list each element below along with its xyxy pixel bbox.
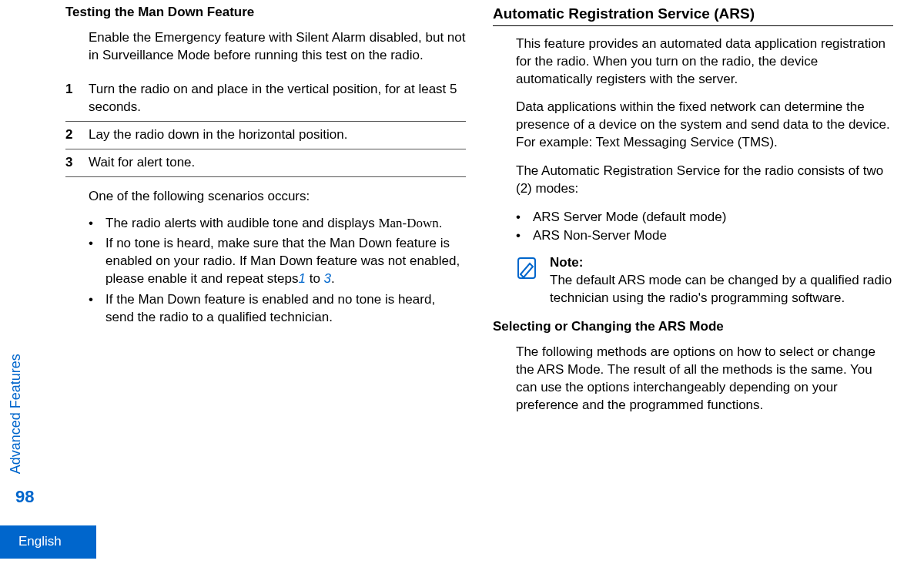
note-block: Note: The default ARS mode can be change… — [516, 254, 893, 307]
paragraph: The Automatic Registration Service for t… — [516, 163, 893, 198]
step-link[interactable]: 3 — [324, 271, 331, 286]
right-header: Automatic Registration Service (ARS) — [493, 4, 893, 26]
note-title: Note: — [550, 254, 893, 272]
text-fragment: to — [306, 271, 324, 286]
modes-list: • ARS Server Mode (default mode) • ARS N… — [516, 209, 893, 245]
step-item: 1 Turn the radio on and place in the ver… — [65, 76, 466, 122]
sidebar-section-label: Advanced Features — [6, 354, 25, 474]
left-section-title: Testing the Man Down Feature — [65, 4, 466, 22]
note-icon — [516, 256, 541, 280]
list-item: • ARS Server Mode (default mode) — [516, 209, 893, 227]
paragraph: This feature provides an automated data … — [516, 35, 893, 89]
step-item: 2 Lay the radio down in the horizontal p… — [65, 122, 466, 149]
step-text: Turn the radio on and place in the verti… — [89, 81, 466, 116]
list-item: • If no tone is heard, make sure that th… — [89, 235, 466, 288]
left-intro: Enable the Emergency feature with Silent… — [89, 29, 466, 65]
post-steps-text: One of the following scenarios occurs: — [89, 188, 466, 206]
text-fragment: The radio alerts with audible tone and d… — [105, 216, 378, 230]
scenario-text: If no tone is heard, make sure that the … — [105, 235, 466, 288]
display-value: Man-Down — [378, 216, 438, 230]
scenario-text: If the Man Down feature is enabled and n… — [105, 291, 466, 327]
step-number: 2 — [65, 126, 89, 144]
mode-text: ARS Non-Server Mode — [533, 227, 667, 245]
page-container: Advanced Features 98 English Testing the… — [0, 0, 924, 574]
step-number: 1 — [65, 81, 89, 116]
bullet-icon: • — [89, 235, 105, 288]
step-link[interactable]: 1 — [298, 271, 305, 286]
list-item: • ARS Non-Server Mode — [516, 227, 893, 245]
scenarios-list: • The radio alerts with audible tone and… — [89, 215, 466, 327]
paragraph: Data applications within the fixed netwo… — [516, 99, 893, 152]
paragraph: The following methods are options on how… — [516, 344, 893, 415]
note-body: The default ARS mode can be changed by a… — [550, 272, 893, 307]
text-fragment: If no tone is heard, make sure that the … — [105, 236, 460, 286]
scenario-text: The radio alerts with audible tone and d… — [105, 215, 466, 233]
page-number: 98 — [15, 485, 34, 509]
list-item: • The radio alerts with audible tone and… — [89, 215, 466, 233]
sidebar-margin: Advanced Features 98 English — [0, 0, 54, 574]
note-text: Note: The default ARS mode can be change… — [550, 254, 893, 307]
step-item: 3 Wait for alert tone. — [65, 149, 466, 177]
text-fragment: . — [439, 216, 443, 230]
steps-list: 1 Turn the radio on and place in the ver… — [65, 76, 466, 177]
step-text: Wait for alert tone. — [89, 154, 466, 172]
text-fragment: . — [331, 271, 335, 286]
sub-section-title: Selecting or Changing the ARS Mode — [493, 318, 893, 336]
left-column: Testing the Man Down Feature Enable the … — [65, 4, 466, 570]
bullet-icon: • — [516, 227, 533, 245]
bullet-icon: • — [89, 215, 105, 233]
list-item: • If the Man Down feature is enabled and… — [89, 291, 466, 327]
language-tab: English — [0, 525, 96, 559]
right-column: Automatic Registration Service (ARS) Thi… — [493, 4, 893, 570]
mode-text: ARS Server Mode (default mode) — [533, 209, 726, 227]
bullet-icon: • — [89, 291, 105, 327]
step-number: 3 — [65, 154, 89, 172]
content-columns: Testing the Man Down Feature Enable the … — [54, 0, 924, 574]
step-text: Lay the radio down in the horizontal pos… — [89, 126, 466, 144]
bullet-icon: • — [516, 209, 533, 227]
